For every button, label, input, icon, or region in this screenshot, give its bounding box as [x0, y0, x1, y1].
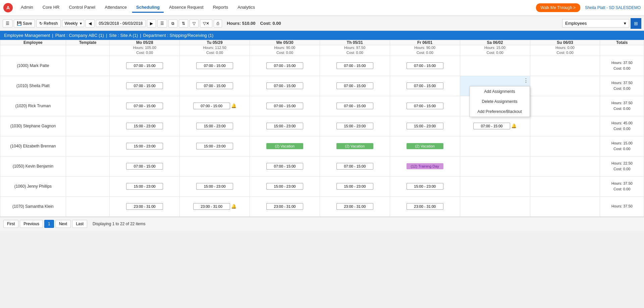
nav-admin[interactable]: Admin: [17, 3, 37, 13]
shift-cell-day-6[interactable]: [530, 196, 600, 217]
shift-box[interactable]: 07:00 - 15:00: [196, 62, 233, 69]
shift-cell-day-3[interactable]: 15:00 - 23:00: [320, 116, 390, 136]
shift-cell-day-4[interactable]: 15:00 - 23:00: [390, 176, 460, 196]
last-page-button[interactable]: Last: [72, 220, 87, 228]
walk-me-through-button[interactable]: Walk Me Through >: [536, 3, 580, 12]
shift-box[interactable]: 07:00 - 15:00: [126, 163, 163, 170]
hamburger-menu-button[interactable]: ☰: [3, 19, 12, 27]
shift-box[interactable]: 15:00 - 23:00: [407, 183, 443, 190]
shift-cell-day-0[interactable]: 07:00 - 15:00: [110, 96, 180, 116]
shift-box[interactable]: 15:00 - 23:00: [126, 143, 163, 149]
shift-cell-day-5[interactable]: [460, 156, 530, 176]
shift-cell-day-0[interactable]: 23:00 - 31:00: [110, 196, 180, 217]
shift-box[interactable]: 07:00 - 15:00: [196, 82, 233, 89]
shift-cell-day-1[interactable]: 15:00 - 23:00: [180, 176, 250, 196]
shift-box[interactable]: 07:00 - 15:00: [473, 123, 510, 129]
prev-week-button[interactable]: ◀: [86, 19, 95, 27]
shift-box[interactable]: 15:00 - 23:00: [196, 143, 233, 149]
shift-box[interactable]: 07:00 - 15:00: [266, 62, 303, 69]
shift-box[interactable]: 15:00 - 23:00: [336, 183, 373, 190]
nav-reports[interactable]: Reports: [209, 3, 232, 13]
shift-cell-day-4[interactable]: 15:00 - 23:00: [390, 116, 460, 136]
shift-cell-day-1[interactable]: 15:00 - 23:00: [180, 116, 250, 136]
shift-box[interactable]: 07:00 - 15:00: [193, 103, 230, 109]
shift-cell-day-0[interactable]: 07:00 - 15:00: [110, 76, 180, 96]
shift-cell-day-2[interactable]: 07:00 - 15:00: [250, 56, 320, 76]
employees-dropdown[interactable]: Employees ▾: [562, 19, 629, 27]
vacation-badge[interactable]: (2) Vacation: [336, 143, 373, 149]
training-badge[interactable]: (12) Training Day: [407, 163, 443, 169]
shift-cell-day-4[interactable]: (2) Vacation: [390, 136, 460, 156]
shift-box[interactable]: 07:00 - 15:00: [336, 62, 373, 69]
shift-cell-day-2[interactable]: 07:00 - 15:00: [250, 156, 320, 176]
shift-cell-day-1[interactable]: 23:00 - 31:00🔔: [180, 196, 250, 217]
context-menu-item-1[interactable]: Delete Assignments: [470, 97, 530, 107]
shift-cell-day-5[interactable]: [460, 176, 530, 196]
shift-cell-day-1[interactable]: 07:00 - 15:00🔔: [180, 96, 250, 116]
shift-box[interactable]: 15:00 - 23:00: [196, 183, 233, 190]
shift-box[interactable]: 07:00 - 15:00: [407, 82, 443, 89]
shift-cell-day-2[interactable]: 15:00 - 23:00: [250, 176, 320, 196]
grid-view-button[interactable]: ⊞: [631, 18, 641, 29]
context-menu-item-2[interactable]: Add Preference/Blackout: [470, 107, 530, 117]
context-menu-dots[interactable]: ⋮: [523, 77, 529, 84]
first-page-button[interactable]: First: [3, 220, 18, 228]
shift-cell-day-2[interactable]: 07:00 - 15:00: [250, 76, 320, 96]
context-menu-item-0[interactable]: Add Assignments: [470, 86, 530, 97]
shift-box[interactable]: 07:00 - 15:00: [126, 103, 163, 109]
weekly-select[interactable]: Weekly ▾: [62, 20, 84, 27]
shift-cell-day-1[interactable]: [180, 156, 250, 176]
filter-button[interactable]: ▽: [190, 19, 199, 27]
shift-cell-day-5[interactable]: [460, 136, 530, 156]
shift-cell-day-6[interactable]: [530, 176, 600, 196]
save-button[interactable]: 💾 Save: [14, 19, 35, 27]
shift-cell-day-4[interactable]: 07:00 - 15:00: [390, 96, 460, 116]
shift-box[interactable]: 15:00 - 23:00: [266, 123, 303, 129]
shift-box[interactable]: 15:00 - 23:00: [126, 123, 163, 129]
shift-cell-day-6[interactable]: [530, 116, 600, 136]
shift-box[interactable]: 15:00 - 23:00: [336, 123, 373, 129]
shift-cell-day-5[interactable]: 07:00 - 15:00🔔: [460, 116, 530, 136]
shift-box[interactable]: 23:00 - 31:00: [336, 203, 373, 210]
sort-button[interactable]: ⇅: [179, 19, 188, 27]
shift-box[interactable]: 15:00 - 23:00: [407, 123, 443, 129]
vacation-badge[interactable]: (2) Vacation: [407, 143, 443, 149]
current-page-number[interactable]: 1: [44, 220, 54, 228]
nav-scheduling[interactable]: Scheduling: [132, 3, 164, 13]
shift-box[interactable]: 15:00 - 23:00: [266, 183, 303, 190]
shift-cell-day-6[interactable]: [530, 156, 600, 176]
vacation-badge[interactable]: (2) Vacation: [266, 143, 303, 149]
export-button[interactable]: ⎙: [214, 19, 222, 27]
shift-cell-day-5[interactable]: ⋮Add AssignmentsDelete AssignmentsAdd Pr…: [460, 76, 530, 96]
shift-cell-day-0[interactable]: 07:00 - 15:00: [110, 56, 180, 76]
nav-analytics[interactable]: Analytics: [233, 3, 259, 13]
nav-core-hr[interactable]: Core HR: [39, 3, 64, 13]
shift-box[interactable]: 07:00 - 15:00: [407, 103, 443, 109]
shift-cell-day-2[interactable]: (2) Vacation: [250, 136, 320, 156]
shift-cell-day-0[interactable]: 15:00 - 23:00: [110, 136, 180, 156]
clear-filter-button[interactable]: ▽✕: [200, 19, 212, 27]
shift-cell-day-3[interactable]: 23:00 - 31:00: [320, 196, 390, 217]
shift-cell-day-6[interactable]: [530, 76, 600, 96]
shift-cell-day-4[interactable]: 07:00 - 15:00: [390, 76, 460, 96]
shift-cell-day-4[interactable]: 07:00 - 15:00: [390, 56, 460, 76]
shift-box[interactable]: 07:00 - 15:00: [126, 82, 163, 89]
shift-cell-day-0[interactable]: 07:00 - 15:00: [110, 156, 180, 176]
shift-cell-day-6[interactable]: [530, 136, 600, 156]
shift-box[interactable]: 07:00 - 15:00: [336, 103, 373, 109]
shift-cell-day-3[interactable]: (2) Vacation: [320, 136, 390, 156]
shift-cell-day-5[interactable]: [460, 196, 530, 217]
list-view-button[interactable]: ☰: [157, 19, 167, 27]
shift-cell-day-3[interactable]: 07:00 - 15:00: [320, 156, 390, 176]
shift-cell-day-1[interactable]: 15:00 - 23:00: [180, 136, 250, 156]
shift-cell-day-3[interactable]: 07:00 - 15:00: [320, 96, 390, 116]
shift-cell-day-3[interactable]: 15:00 - 23:00: [320, 176, 390, 196]
shift-cell-day-6[interactable]: [530, 96, 600, 116]
shift-cell-day-2[interactable]: 07:00 - 15:00: [250, 96, 320, 116]
copy-button[interactable]: ⧉: [168, 19, 177, 27]
shift-box[interactable]: 07:00 - 15:00: [336, 82, 373, 89]
refresh-button[interactable]: ↻ Refresh: [36, 19, 61, 27]
shift-box[interactable]: 07:00 - 15:00: [266, 82, 303, 89]
nav-attendance[interactable]: Attendance: [101, 3, 131, 13]
next-week-button[interactable]: ▶: [147, 19, 156, 27]
